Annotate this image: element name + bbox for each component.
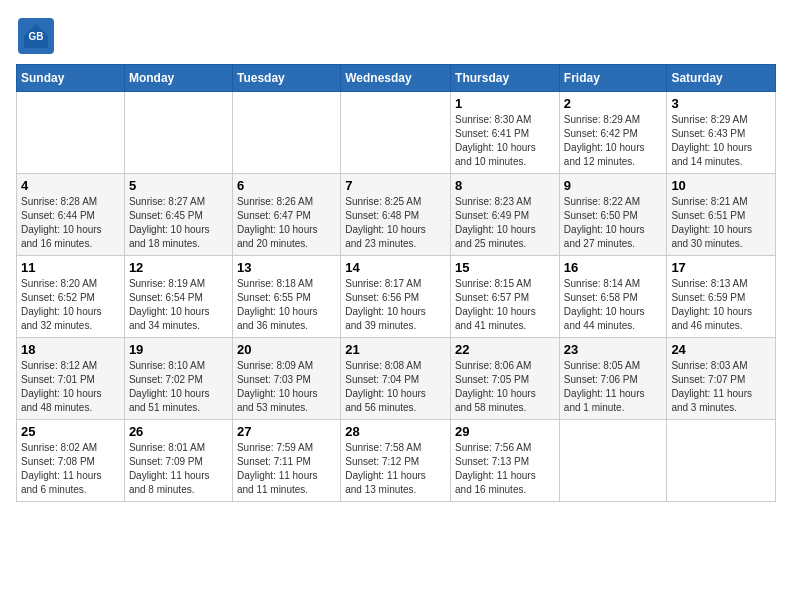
day-info: Sunrise: 8:25 AM Sunset: 6:48 PM Dayligh… bbox=[345, 195, 446, 251]
day-number: 24 bbox=[671, 342, 771, 357]
day-info: Sunrise: 8:20 AM Sunset: 6:52 PM Dayligh… bbox=[21, 277, 120, 333]
day-info: Sunrise: 8:03 AM Sunset: 7:07 PM Dayligh… bbox=[671, 359, 771, 415]
calendar-cell: 28Sunrise: 7:58 AM Sunset: 7:12 PM Dayli… bbox=[341, 420, 451, 502]
calendar-week-row: 25Sunrise: 8:02 AM Sunset: 7:08 PM Dayli… bbox=[17, 420, 776, 502]
day-number: 4 bbox=[21, 178, 120, 193]
day-number: 20 bbox=[237, 342, 336, 357]
day-number: 18 bbox=[21, 342, 120, 357]
column-header-sunday: Sunday bbox=[17, 65, 125, 92]
day-number: 3 bbox=[671, 96, 771, 111]
day-number: 13 bbox=[237, 260, 336, 275]
day-info: Sunrise: 8:10 AM Sunset: 7:02 PM Dayligh… bbox=[129, 359, 228, 415]
day-info: Sunrise: 8:26 AM Sunset: 6:47 PM Dayligh… bbox=[237, 195, 336, 251]
day-info: Sunrise: 8:13 AM Sunset: 6:59 PM Dayligh… bbox=[671, 277, 771, 333]
logo: GB bbox=[16, 16, 60, 56]
day-info: Sunrise: 8:28 AM Sunset: 6:44 PM Dayligh… bbox=[21, 195, 120, 251]
calendar-cell bbox=[341, 92, 451, 174]
calendar-cell: 8Sunrise: 8:23 AM Sunset: 6:49 PM Daylig… bbox=[451, 174, 560, 256]
column-header-friday: Friday bbox=[559, 65, 667, 92]
day-info: Sunrise: 8:08 AM Sunset: 7:04 PM Dayligh… bbox=[345, 359, 446, 415]
calendar-cell: 4Sunrise: 8:28 AM Sunset: 6:44 PM Daylig… bbox=[17, 174, 125, 256]
day-info: Sunrise: 8:19 AM Sunset: 6:54 PM Dayligh… bbox=[129, 277, 228, 333]
day-info: Sunrise: 8:14 AM Sunset: 6:58 PM Dayligh… bbox=[564, 277, 663, 333]
calendar-cell: 3Sunrise: 8:29 AM Sunset: 6:43 PM Daylig… bbox=[667, 92, 776, 174]
calendar-cell: 24Sunrise: 8:03 AM Sunset: 7:07 PM Dayli… bbox=[667, 338, 776, 420]
day-number: 8 bbox=[455, 178, 555, 193]
day-number: 1 bbox=[455, 96, 555, 111]
day-info: Sunrise: 8:09 AM Sunset: 7:03 PM Dayligh… bbox=[237, 359, 336, 415]
day-info: Sunrise: 8:15 AM Sunset: 6:57 PM Dayligh… bbox=[455, 277, 555, 333]
calendar-week-row: 1Sunrise: 8:30 AM Sunset: 6:41 PM Daylig… bbox=[17, 92, 776, 174]
calendar-cell: 20Sunrise: 8:09 AM Sunset: 7:03 PM Dayli… bbox=[232, 338, 340, 420]
column-header-monday: Monday bbox=[124, 65, 232, 92]
logo-icon: GB bbox=[16, 16, 56, 56]
calendar-cell: 16Sunrise: 8:14 AM Sunset: 6:58 PM Dayli… bbox=[559, 256, 667, 338]
day-number: 16 bbox=[564, 260, 663, 275]
day-number: 6 bbox=[237, 178, 336, 193]
day-number: 15 bbox=[455, 260, 555, 275]
calendar-cell: 18Sunrise: 8:12 AM Sunset: 7:01 PM Dayli… bbox=[17, 338, 125, 420]
header: GB bbox=[16, 16, 776, 56]
day-info: Sunrise: 8:21 AM Sunset: 6:51 PM Dayligh… bbox=[671, 195, 771, 251]
calendar-cell: 21Sunrise: 8:08 AM Sunset: 7:04 PM Dayli… bbox=[341, 338, 451, 420]
calendar-week-row: 4Sunrise: 8:28 AM Sunset: 6:44 PM Daylig… bbox=[17, 174, 776, 256]
calendar-cell: 26Sunrise: 8:01 AM Sunset: 7:09 PM Dayli… bbox=[124, 420, 232, 502]
calendar-cell: 11Sunrise: 8:20 AM Sunset: 6:52 PM Dayli… bbox=[17, 256, 125, 338]
day-number: 5 bbox=[129, 178, 228, 193]
calendar-cell bbox=[232, 92, 340, 174]
day-number: 7 bbox=[345, 178, 446, 193]
day-info: Sunrise: 7:58 AM Sunset: 7:12 PM Dayligh… bbox=[345, 441, 446, 497]
column-header-saturday: Saturday bbox=[667, 65, 776, 92]
calendar-header-row: SundayMondayTuesdayWednesdayThursdayFrid… bbox=[17, 65, 776, 92]
calendar-cell: 27Sunrise: 7:59 AM Sunset: 7:11 PM Dayli… bbox=[232, 420, 340, 502]
calendar-cell bbox=[17, 92, 125, 174]
calendar-cell: 5Sunrise: 8:27 AM Sunset: 6:45 PM Daylig… bbox=[124, 174, 232, 256]
day-info: Sunrise: 8:29 AM Sunset: 6:42 PM Dayligh… bbox=[564, 113, 663, 169]
column-header-tuesday: Tuesday bbox=[232, 65, 340, 92]
calendar-cell: 29Sunrise: 7:56 AM Sunset: 7:13 PM Dayli… bbox=[451, 420, 560, 502]
calendar-cell: 10Sunrise: 8:21 AM Sunset: 6:51 PM Dayli… bbox=[667, 174, 776, 256]
calendar-week-row: 18Sunrise: 8:12 AM Sunset: 7:01 PM Dayli… bbox=[17, 338, 776, 420]
day-info: Sunrise: 8:06 AM Sunset: 7:05 PM Dayligh… bbox=[455, 359, 555, 415]
column-header-wednesday: Wednesday bbox=[341, 65, 451, 92]
day-number: 11 bbox=[21, 260, 120, 275]
day-number: 21 bbox=[345, 342, 446, 357]
svg-text:GB: GB bbox=[29, 31, 44, 42]
calendar-cell: 2Sunrise: 8:29 AM Sunset: 6:42 PM Daylig… bbox=[559, 92, 667, 174]
calendar-cell: 17Sunrise: 8:13 AM Sunset: 6:59 PM Dayli… bbox=[667, 256, 776, 338]
day-number: 22 bbox=[455, 342, 555, 357]
day-number: 19 bbox=[129, 342, 228, 357]
day-number: 2 bbox=[564, 96, 663, 111]
day-number: 27 bbox=[237, 424, 336, 439]
calendar-cell: 13Sunrise: 8:18 AM Sunset: 6:55 PM Dayli… bbox=[232, 256, 340, 338]
calendar-cell: 23Sunrise: 8:05 AM Sunset: 7:06 PM Dayli… bbox=[559, 338, 667, 420]
day-info: Sunrise: 8:12 AM Sunset: 7:01 PM Dayligh… bbox=[21, 359, 120, 415]
day-number: 26 bbox=[129, 424, 228, 439]
day-info: Sunrise: 7:59 AM Sunset: 7:11 PM Dayligh… bbox=[237, 441, 336, 497]
day-number: 23 bbox=[564, 342, 663, 357]
calendar-cell bbox=[559, 420, 667, 502]
day-number: 28 bbox=[345, 424, 446, 439]
day-info: Sunrise: 8:01 AM Sunset: 7:09 PM Dayligh… bbox=[129, 441, 228, 497]
calendar-table: SundayMondayTuesdayWednesdayThursdayFrid… bbox=[16, 64, 776, 502]
calendar-cell: 6Sunrise: 8:26 AM Sunset: 6:47 PM Daylig… bbox=[232, 174, 340, 256]
calendar-cell: 1Sunrise: 8:30 AM Sunset: 6:41 PM Daylig… bbox=[451, 92, 560, 174]
day-info: Sunrise: 8:05 AM Sunset: 7:06 PM Dayligh… bbox=[564, 359, 663, 415]
day-info: Sunrise: 8:27 AM Sunset: 6:45 PM Dayligh… bbox=[129, 195, 228, 251]
calendar-cell: 14Sunrise: 8:17 AM Sunset: 6:56 PM Dayli… bbox=[341, 256, 451, 338]
calendar-cell bbox=[124, 92, 232, 174]
day-number: 10 bbox=[671, 178, 771, 193]
day-number: 12 bbox=[129, 260, 228, 275]
calendar-week-row: 11Sunrise: 8:20 AM Sunset: 6:52 PM Dayli… bbox=[17, 256, 776, 338]
calendar-cell: 22Sunrise: 8:06 AM Sunset: 7:05 PM Dayli… bbox=[451, 338, 560, 420]
day-info: Sunrise: 8:22 AM Sunset: 6:50 PM Dayligh… bbox=[564, 195, 663, 251]
calendar-cell: 15Sunrise: 8:15 AM Sunset: 6:57 PM Dayli… bbox=[451, 256, 560, 338]
day-number: 25 bbox=[21, 424, 120, 439]
calendar-cell bbox=[667, 420, 776, 502]
day-info: Sunrise: 8:29 AM Sunset: 6:43 PM Dayligh… bbox=[671, 113, 771, 169]
day-number: 29 bbox=[455, 424, 555, 439]
day-info: Sunrise: 8:02 AM Sunset: 7:08 PM Dayligh… bbox=[21, 441, 120, 497]
day-info: Sunrise: 8:30 AM Sunset: 6:41 PM Dayligh… bbox=[455, 113, 555, 169]
calendar-cell: 25Sunrise: 8:02 AM Sunset: 7:08 PM Dayli… bbox=[17, 420, 125, 502]
day-number: 9 bbox=[564, 178, 663, 193]
